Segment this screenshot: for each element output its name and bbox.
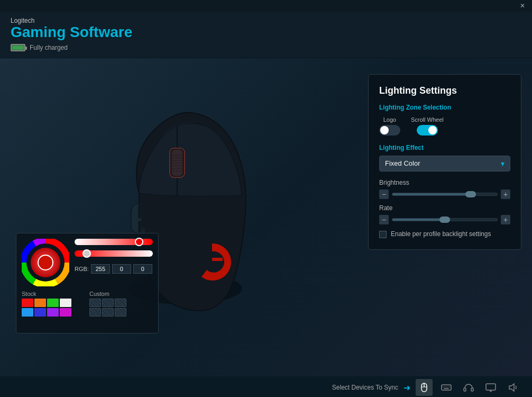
scroll-label: Scroll Wheel — [411, 116, 444, 123]
mouse-area: RGB: Stock — [0, 58, 363, 376]
sync-monitor-icon[interactable] — [482, 379, 499, 396]
custom-swatch-4[interactable] — [89, 308, 101, 317]
sync-mouse-icon[interactable] — [416, 379, 433, 396]
effect-label: Lighting Effect — [379, 144, 510, 151]
brightness-thumb — [465, 191, 476, 197]
sync-headset-icon[interactable] — [460, 379, 477, 396]
color-wheel[interactable] — [22, 239, 69, 286]
brightness-fill — [392, 193, 471, 195]
lighting-title: Lighting Settings — [379, 85, 510, 96]
battery-status: Fully charged — [30, 44, 68, 51]
red-input[interactable] — [91, 264, 110, 274]
swatch-orange[interactable] — [34, 299, 46, 307]
swatch-darkblue[interactable] — [34, 308, 46, 317]
rate-plus-btn[interactable]: + — [501, 215, 510, 224]
custom-label: Custom — [89, 291, 153, 297]
scroll-toggle[interactable] — [417, 125, 438, 136]
green-input[interactable] — [112, 264, 131, 274]
swatch-green[interactable] — [47, 299, 59, 307]
swatch-purple[interactable] — [47, 308, 59, 317]
swatch-pink[interactable] — [60, 308, 71, 317]
logo-toggle[interactable] — [379, 125, 400, 136]
rgb-label: RGB: — [75, 266, 89, 272]
rate-fill — [392, 219, 445, 221]
battery-icon — [11, 44, 25, 51]
sync-label: Select Devices To Sync — [332, 384, 398, 391]
rate-section: Rate − + — [379, 204, 510, 224]
main-content: RGB: Stock — [0, 58, 532, 376]
scroll-toggle-item: Scroll Wheel — [411, 116, 444, 136]
brightness-slider-row: − + — [379, 190, 510, 199]
custom-swatch-2[interactable] — [102, 299, 114, 307]
sync-speaker-icon[interactable] — [505, 379, 521, 396]
svg-rect-31 — [486, 384, 496, 390]
svg-rect-12 — [171, 149, 184, 176]
brightness-label: Brightness — [379, 179, 510, 186]
color-picker-sliders: RGB: — [75, 239, 153, 274]
brightness-section: Brightness − + — [379, 179, 510, 199]
logo-label: Logo — [383, 116, 396, 123]
brightness-track[interactable] — [392, 193, 498, 196]
rgb-inputs: RGB: — [75, 264, 153, 274]
checkbox-row: Enable per profile backlight settings — [379, 230, 510, 239]
lighting-panel: Lighting Settings Lighting Zone Selectio… — [368, 74, 521, 250]
swatch-red[interactable] — [22, 299, 33, 307]
per-profile-label: Enable per profile backlight settings — [391, 230, 491, 239]
effect-value: Fixed Color — [385, 159, 420, 167]
zone-toggles: Logo Scroll Wheel — [379, 116, 510, 136]
sync-arrow-icon: ➜ — [403, 383, 410, 393]
header: Logitech Gaming Software Fully charged — [0, 12, 532, 58]
app-title: Gaming Software — [11, 24, 521, 41]
rate-label: Rate — [379, 204, 510, 212]
custom-swatch-1[interactable] — [89, 299, 101, 307]
battery-row: Fully charged — [11, 44, 521, 51]
blue-input[interactable] — [133, 264, 152, 274]
dropdown-arrow-icon: ▾ — [501, 159, 505, 168]
effect-dropdown[interactable]: Fixed Color ▾ — [379, 156, 510, 172]
rate-slider-row: − + — [379, 215, 510, 224]
stock-label: Stock — [22, 291, 85, 297]
swatches-area: Stock Custom — [22, 291, 153, 318]
svg-rect-30 — [471, 388, 473, 391]
svg-rect-22 — [442, 385, 451, 390]
close-button[interactable]: ✕ — [517, 1, 528, 11]
swatch-blue[interactable] — [22, 308, 33, 317]
brightness-minus-btn[interactable]: − — [379, 190, 389, 199]
rate-track[interactable] — [392, 218, 498, 221]
sync-bar: Select Devices To Sync ➜ — [0, 376, 532, 397]
color-picker-panel: RGB: Stock — [16, 233, 159, 333]
logo-toggle-thumb — [380, 126, 389, 134]
svg-rect-29 — [464, 388, 466, 391]
per-profile-checkbox[interactable] — [379, 231, 387, 238]
custom-swatch-5[interactable] — [102, 308, 114, 317]
custom-swatch-3[interactable] — [115, 299, 126, 307]
scroll-toggle-thumb — [428, 126, 437, 134]
stock-swatches: Stock — [22, 291, 85, 318]
hue-slider[interactable] — [75, 239, 153, 247]
saturation-slider[interactable] — [75, 250, 153, 259]
sync-keyboard-icon[interactable] — [438, 379, 455, 396]
rate-minus-btn[interactable]: − — [379, 215, 389, 224]
zone-selection-label: Lighting Zone Selection — [379, 104, 510, 111]
logo-toggle-item: Logo — [379, 116, 400, 136]
custom-swatch-6[interactable] — [115, 308, 126, 317]
swatch-white[interactable] — [60, 299, 71, 307]
brand-name: Logitech — [11, 17, 521, 24]
rate-thumb — [439, 216, 450, 223]
titlebar: ✕ — [0, 0, 532, 12]
custom-swatches: Custom — [89, 291, 153, 318]
brightness-plus-btn[interactable]: + — [501, 190, 510, 199]
